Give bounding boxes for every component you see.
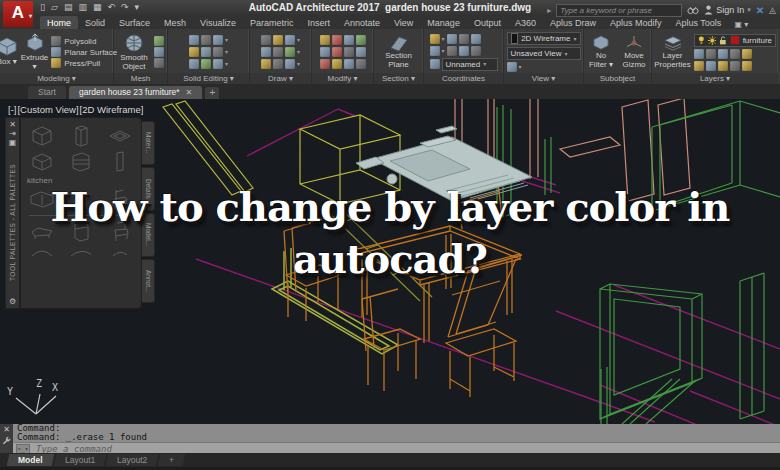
saved-view-dropdown[interactable]: Unsaved View▾ [507, 47, 581, 60]
ribbon-tab-output[interactable]: Output [467, 16, 508, 29]
layer-dropdown[interactable]: furniture [694, 34, 776, 47]
palette-tab-materials[interactable]: Mater... [142, 121, 155, 165]
panel-label-coordinates[interactable]: Coordinates [424, 73, 503, 84]
save-icon[interactable]: ▤ [64, 1, 73, 14]
ribbon-tab-view[interactable]: View [387, 16, 420, 29]
draw-tool-icon[interactable] [273, 59, 283, 69]
draw-tool-icon[interactable] [285, 47, 295, 57]
layer-tool-icon[interactable] [742, 49, 752, 59]
ucs-tool-icon[interactable] [471, 34, 481, 44]
layer-tool-icon[interactable] [706, 49, 716, 59]
application-menu-button[interactable]: A▾ [3, 1, 33, 27]
mesh-tool-icon[interactable] [154, 58, 164, 68]
ucs-tool-icon[interactable] [447, 34, 457, 44]
modify-tool-icon[interactable] [356, 59, 366, 69]
panel-label-modify[interactable]: Modify ▾ [312, 73, 373, 84]
box-button[interactable]: Box ▾ [0, 37, 18, 66]
modify-tool-icon[interactable] [344, 59, 354, 69]
viewport-view-control[interactable]: [Custom View] [17, 104, 78, 115]
ribbon-tab-visualize[interactable]: Visualize [193, 16, 243, 29]
draw-tool-icon[interactable] [273, 35, 283, 45]
layer-color-swatch[interactable] [730, 35, 740, 45]
ucs-tool-icon[interactable] [447, 46, 457, 56]
panel-label-section[interactable]: Section ▾ [374, 73, 423, 84]
ucs-tool-icon[interactable] [430, 34, 440, 44]
palette-properties-icon[interactable]: ▣ [9, 138, 17, 147]
close-command-line-icon[interactable]: ✕ [3, 426, 10, 434]
panel-label-modeling[interactable]: Modeling ▾ [0, 73, 113, 84]
draw-tool-icon[interactable] [285, 35, 295, 45]
solid-edit-tool-icon[interactable] [201, 35, 211, 45]
move-gizmo-button[interactable]: Move Gizmo [619, 35, 649, 69]
smooth-object-button[interactable]: Smooth Object [117, 33, 151, 71]
solid-edit-tool-icon[interactable] [201, 47, 211, 57]
modify-tool-icon[interactable] [344, 47, 354, 57]
ucs-tool-icon[interactable] [430, 46, 440, 56]
command-line-grip[interactable]: ✕ [0, 424, 13, 453]
ucs-named-dropdown[interactable]: Unnamed▾ [442, 58, 498, 71]
solid-edit-tool-icon[interactable] [189, 47, 199, 57]
draw-tool-icon[interactable] [261, 59, 271, 69]
layout-tab-layout1[interactable]: Layout1 [53, 454, 106, 466]
modify-tool-icon[interactable] [356, 47, 366, 57]
search-binoculars-icon[interactable] [687, 1, 699, 19]
layer-properties-button[interactable]: Layer Properties [654, 35, 691, 69]
section-plane-button[interactable]: Section Plane [379, 35, 419, 69]
new-drawing-tab-button[interactable]: + [205, 87, 219, 99]
viewport-visual-style-control[interactable]: [2D Wireframe] [80, 104, 144, 115]
file-tab-drawing[interactable]: garden house 23 furniture* ✕ [69, 86, 202, 99]
help-icon[interactable]: ◬ [769, 5, 776, 15]
undo-icon[interactable]: ↶ [107, 1, 115, 14]
palette-tool-base-cabinet[interactable] [29, 150, 55, 174]
panel-label-mesh[interactable]: Mesh [114, 73, 167, 84]
mesh-tool-icon[interactable] [154, 36, 164, 46]
autohide-palette-icon[interactable]: ⇥ [9, 129, 16, 138]
ribbon-tab-manage[interactable]: Manage [420, 16, 467, 29]
redo-icon[interactable]: ↷ [121, 1, 129, 14]
panel-label-view[interactable]: View ▾ [504, 73, 583, 84]
palette-tool-panel[interactable] [107, 150, 133, 174]
layer-tool-icon[interactable] [694, 61, 704, 71]
plot-icon[interactable]: ▦ [93, 1, 102, 14]
ucs-tool-icon[interactable] [430, 59, 440, 69]
panel-label-subobject[interactable]: Subobject [584, 73, 651, 84]
solid-edit-tool-icon[interactable] [189, 59, 199, 69]
draw-tool-icon[interactable] [261, 35, 271, 45]
ucs-tool-icon[interactable] [459, 46, 469, 56]
modify-tool-icon[interactable] [320, 47, 330, 57]
layer-tool-icon[interactable] [730, 49, 740, 59]
viewport-tool-icon[interactable] [507, 62, 517, 72]
solid-edit-tool-icon[interactable] [213, 35, 223, 45]
press-pull-button[interactable]: Press/Pull [51, 58, 117, 68]
layer-tool-icon[interactable] [718, 49, 728, 59]
modify-tool-icon[interactable] [320, 59, 330, 69]
modify-tool-icon[interactable] [344, 35, 354, 45]
polysolid-button[interactable]: Polysolid [51, 36, 117, 46]
new-file-icon[interactable]: ▯ [40, 1, 45, 14]
ribbon-tab-home[interactable]: Home [40, 16, 78, 29]
mesh-tool-icon[interactable] [154, 47, 164, 57]
ribbon-tab-surface[interactable]: Surface [112, 16, 157, 29]
infocenter-arrow-icon[interactable]: ▸ [547, 6, 551, 15]
layer-tool-icon[interactable] [742, 61, 752, 71]
viewport-menu-control[interactable]: [-] [8, 104, 16, 115]
palette-tool-cabinet[interactable] [29, 124, 55, 148]
ucs-tool-icon[interactable] [471, 46, 481, 56]
solid-edit-tool-icon[interactable] [213, 59, 223, 69]
keyword-search-input[interactable] [556, 4, 682, 17]
palette-tool-tall-cabinet[interactable] [68, 124, 94, 148]
drawing-canvas[interactable]: Y Z X [-] [Custom View] [2D Wireframe] ✕… [0, 99, 780, 424]
draw-tool-icon[interactable] [273, 47, 283, 57]
command-history[interactable]: Command: Command: _.erase 1 found >_▾ [13, 424, 780, 453]
ribbon-tab-insert[interactable]: Insert [300, 16, 337, 29]
palette-tool-sink[interactable] [107, 124, 133, 148]
open-file-icon[interactable]: ▱ [51, 1, 58, 14]
file-tab-start[interactable]: Start [28, 86, 66, 99]
solid-edit-tool-icon[interactable] [213, 47, 223, 57]
panel-label-draw[interactable]: Draw ▾ [250, 73, 311, 84]
ucs-tool-icon[interactable] [459, 34, 469, 44]
layer-tool-icon[interactable] [694, 49, 704, 59]
visual-style-dropdown[interactable]: 2D Wireframe▾ [507, 32, 581, 45]
save-as-icon[interactable]: ▥ [78, 1, 87, 14]
ribbon-tab-parametric[interactable]: Parametric [243, 16, 301, 29]
